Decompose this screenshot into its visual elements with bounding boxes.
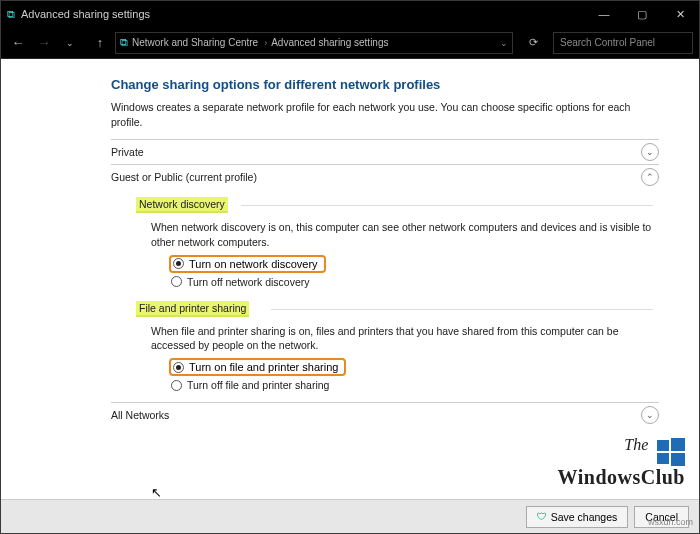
chevron-right-icon: › [264,38,267,48]
divider [271,309,653,310]
recent-dropdown[interactable]: ⌄ [59,32,81,54]
chevron-down-icon: ⌄ [641,406,659,424]
svg-rect-3 [671,453,685,466]
section-guest-header[interactable]: Guest or Public (current profile) ⌃ [111,165,659,189]
svg-rect-2 [657,453,669,464]
search-input[interactable]: Search Control Panel [553,32,693,54]
watermark-line2: WindowsClub [558,466,685,488]
window-title: Advanced sharing settings [21,8,585,20]
source-url: wsxdn.com [648,517,693,527]
svg-rect-1 [671,438,685,451]
network-discovery-desc: When network discovery is on, this compu… [151,220,653,248]
save-button[interactable]: 🛡 Save changes [526,506,629,528]
button-bar: 🛡 Save changes Cancel [1,499,699,533]
page-heading: Change sharing options for different net… [111,77,659,92]
radio-icon [171,380,182,391]
radio-label: Turn off network discovery [187,276,310,288]
radio-fps-on[interactable]: Turn on file and printer sharing [169,358,346,376]
svg-rect-0 [657,440,669,451]
section-private-header[interactable]: Private ⌄ [111,140,659,164]
network-icon: ⧉ [120,36,128,49]
radio-netdisc-off[interactable]: Turn off network discovery [171,273,659,291]
up-button[interactable]: ↑ [89,32,111,54]
chevron-up-icon: ⌃ [641,168,659,186]
radio-label: Turn on file and printer sharing [189,361,338,373]
subgroup-file-printer-sharing: File and printer sharing [136,301,249,317]
cursor-icon: ↖ [151,485,162,500]
chevron-down-icon[interactable]: ⌄ [500,38,508,48]
refresh-button[interactable]: ⟳ [521,36,545,49]
breadcrumb-item[interactable]: Advanced sharing settings [271,37,388,48]
watermark-line1: The [624,436,648,453]
maximize-button[interactable]: ▢ [623,1,661,27]
section-label: Private [111,146,641,158]
section-private: Private ⌄ [111,139,659,164]
minimize-button[interactable]: — [585,1,623,27]
page-intro: Windows creates a separate network profi… [111,100,659,129]
shield-icon: 🛡 [537,511,547,522]
section-guest: Guest or Public (current profile) ⌃ Netw… [111,164,659,394]
radio-fps-off[interactable]: Turn off file and printer sharing [171,376,659,394]
content-area: Change sharing options for different net… [1,59,699,533]
radio-netdisc-on[interactable]: Turn on network discovery [169,255,326,273]
window-titlebar: ⧉ Advanced sharing settings — ▢ ✕ [1,1,699,27]
back-button[interactable]: ← [7,32,29,54]
radio-icon [171,276,182,287]
divider [241,205,653,206]
subgroup-network-discovery: Network discovery [136,197,228,213]
close-button[interactable]: ✕ [661,1,699,27]
radio-icon [173,362,184,373]
section-label: All Networks [111,409,641,421]
save-label: Save changes [551,511,618,523]
search-placeholder: Search Control Panel [560,37,655,48]
address-bar[interactable]: ⧉ Network and Sharing Centre › Advanced … [115,32,513,54]
radio-label: Turn on network discovery [189,258,318,270]
windows-logo-icon [657,438,685,466]
chevron-down-icon: ⌄ [641,143,659,161]
toolbar: ← → ⌄ ↑ ⧉ Network and Sharing Centre › A… [1,27,699,59]
breadcrumb-item[interactable]: Network and Sharing Centre [132,37,258,48]
radio-label: Turn off file and printer sharing [187,379,329,391]
section-all-header[interactable]: All Networks ⌄ [111,403,659,427]
radio-icon [173,258,184,269]
app-icon: ⧉ [7,8,15,21]
fps-desc: When file and printer sharing is on, fil… [151,324,653,352]
section-all-networks: All Networks ⌄ [111,402,659,427]
watermark: The WindowsClub [558,436,685,489]
section-label: Guest or Public (current profile) [111,171,641,183]
forward-button[interactable]: → [33,32,55,54]
